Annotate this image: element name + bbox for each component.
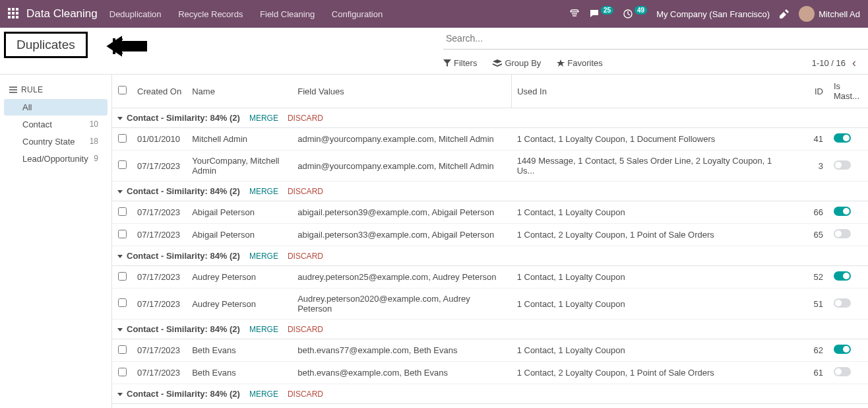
discard-button[interactable]: DISCARD [288,325,323,334]
table-wrap: Created On Name Field Values Used In ID … [112,75,868,408]
row-checkbox[interactable] [118,207,127,216]
discard-button[interactable]: DISCARD [288,252,323,261]
master-toggle[interactable] [834,229,851,238]
sidebar-item-all[interactable]: All [4,99,108,116]
master-toggle[interactable] [834,133,851,143]
table-row[interactable]: 07/17/2023Beth Evansbeth.evans77@example… [112,339,868,362]
discard-button[interactable]: DISCARD [288,187,323,196]
merge-button[interactable]: MERGE [249,390,278,399]
row-checkbox[interactable] [118,160,127,169]
row-checkbox[interactable] [118,134,127,143]
group-header[interactable]: Contact - Similarity: 84% (2)MERGEDISCAR… [112,320,868,339]
clock-icon[interactable]: 49 [623,9,647,19]
cell-id: 51 [795,289,828,320]
caret-down-icon [117,393,123,396]
cell-field-values: abigail.peterson39@example.com, Abigail … [292,201,511,224]
col-name[interactable]: Name [187,75,292,108]
group-header[interactable]: Contact - Similarity: 84% (2)MERGEDISCAR… [112,108,868,128]
cell-field-values: abigail.peterson33@example.com, Abigail … [292,224,511,246]
row-checkbox[interactable] [118,345,127,354]
col-id[interactable]: ID [795,75,828,108]
nav-recycle[interactable]: Recycle Records [178,9,243,19]
nav-configuration[interactable]: Configuration [332,9,383,19]
col-created[interactable]: Created On [132,75,187,108]
cell-master [828,404,868,409]
main: RULE AllContact10Country State18Lead/Opp… [0,74,868,408]
cell-master [828,201,868,224]
cell-name: Beth Evans [187,362,292,384]
pager-prev[interactable]: ‹ [852,56,856,70]
tools-icon[interactable] [779,9,790,19]
search-input[interactable] [443,28,868,50]
nav-field-cleaning[interactable]: Field Cleaning [260,9,315,19]
app-brand[interactable]: Data Cleaning [26,7,98,20]
group-by-button[interactable]: Group By [493,58,541,68]
user-name: Mitchell Ad [819,9,860,19]
cell-created: 07/17/2023 [132,201,187,224]
table-row[interactable]: 01/01/2010Mitchell Adminadmin@yourcompan… [112,128,868,151]
master-toggle[interactable] [834,207,851,216]
group-header[interactable]: Contact - Similarity: 84% (2)MERGEDISCAR… [112,384,868,404]
discard-button[interactable]: DISCARD [288,390,323,399]
table-row[interactable]: 07/17/2023Abigail Petersonabigail.peters… [112,201,868,224]
merge-button[interactable]: MERGE [249,325,278,334]
col-field-values[interactable]: Field Values [292,75,511,108]
favorites-button[interactable]: Favorites [557,58,602,68]
discard-button[interactable]: DISCARD [288,114,323,123]
master-toggle[interactable] [834,345,851,354]
sidebar-item-lead-opportunity[interactable]: Lead/Opportunity9 [4,151,108,167]
list-icon [9,86,17,93]
cell-field-values: admin@yourcompany.example.com, Mitchell … [292,128,511,151]
group-header[interactable]: Contact - Similarity: 84% (2)MERGEDISCAR… [112,182,868,201]
row-checkbox[interactable] [118,272,127,281]
tray-icon[interactable] [569,9,580,19]
table-row[interactable]: 07/17/2023YourCompany, Mitchell Adminadm… [112,151,868,182]
cell-used-in: 1 Contact, 1 Loyalty Coupon [512,289,795,320]
cell-id: 52 [795,266,828,289]
table-row[interactable]: 07/17/2023Abigail Petersonabigail.peters… [112,224,868,246]
table-row[interactable]: 07/17/2023Doris Coledoris.cole31@example… [112,404,868,409]
sidebar-item-country-state[interactable]: Country State18 [4,133,108,150]
layers-icon [493,59,502,67]
user-menu[interactable]: Mitchell Ad [799,6,860,22]
cell-field-values: beth.evans@example.com, Beth Evans [292,362,511,384]
apps-icon[interactable] [8,8,20,20]
master-toggle[interactable] [834,367,851,376]
merge-button[interactable]: MERGE [249,187,278,196]
row-checkbox[interactable] [118,230,127,238]
cell-used-in: 1 Contact, 1 Loyalty Coupon [512,404,795,409]
group-header[interactable]: Contact - Similarity: 84% (2)MERGEDISCAR… [112,246,868,266]
chat-icon[interactable]: 25 [589,9,613,19]
table-row[interactable]: 07/17/2023Audrey PetersonAudrey.peterson… [112,289,868,320]
avatar [799,6,815,22]
group-title: Contact - Similarity: 84% (2) [127,186,240,196]
cell-master [828,224,868,246]
company-selector[interactable]: My Company (San Francisco) [656,9,770,19]
sidebar-item-contact[interactable]: Contact10 [4,116,108,133]
merge-button[interactable]: MERGE [249,114,278,123]
caret-down-icon [117,117,123,120]
cell-used-in: 1 Contact, 1 Loyalty Coupon, 1 Document … [512,128,795,151]
row-checkbox[interactable] [118,298,127,307]
cell-master [828,151,868,182]
cell-field-values: admin@yourcompany.example.com, Mitchell … [292,151,511,182]
merge-button[interactable]: MERGE [249,252,278,261]
select-all-checkbox[interactable] [118,86,127,94]
nav-dedup[interactable]: Deduplication [109,9,162,19]
filters-button[interactable]: Filters [443,58,477,68]
table-row[interactable]: 07/17/2023Beth Evansbeth.evans@example.c… [112,362,868,384]
cell-field-values: doris.cole31@example.com, Doris Cole [292,404,511,409]
cell-used-in: 1 Contact, 2 Loyalty Coupon, 1 Point of … [512,362,795,384]
master-toggle[interactable] [834,298,851,308]
table-row[interactable]: 07/17/2023Audrey Petersonaudrey.peterson… [112,266,868,289]
cell-name: Abigail Peterson [187,224,292,246]
pager-range: 1-10 / 16 [812,58,846,68]
filter-bar: Filters Group By Favorites 1-10 / 16 ‹ [443,56,868,70]
row-checkbox[interactable] [118,368,127,376]
col-used-in[interactable]: Used In [512,75,795,108]
cell-created: 07/17/2023 [132,266,187,289]
caret-down-icon [117,328,123,331]
col-master[interactable]: Is Mast... [828,75,868,108]
master-toggle[interactable] [834,271,851,281]
master-toggle[interactable] [834,160,851,170]
